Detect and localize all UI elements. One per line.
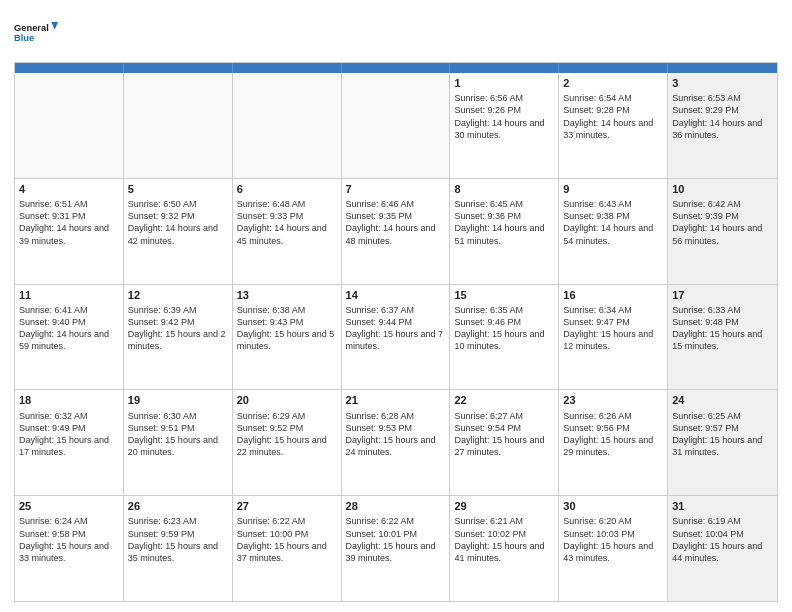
header: General Blue — [14, 10, 778, 54]
cell-info-r2-c5: Sunrise: 6:34 AM Sunset: 9:47 PM Dayligh… — [563, 304, 663, 353]
cal-cell-r0-c4: 1Sunrise: 6:56 AM Sunset: 9:26 PM Daylig… — [450, 73, 559, 178]
cal-cell-r2-c3: 14Sunrise: 6:37 AM Sunset: 9:44 PM Dayli… — [342, 285, 451, 390]
day-number-r0-c6: 3 — [672, 76, 773, 90]
cal-cell-r3-c1: 19Sunrise: 6:30 AM Sunset: 9:51 PM Dayli… — [124, 390, 233, 495]
cal-cell-r2-c6: 17Sunrise: 6:33 AM Sunset: 9:48 PM Dayli… — [668, 285, 777, 390]
cal-row-0: 1Sunrise: 6:56 AM Sunset: 9:26 PM Daylig… — [15, 73, 777, 179]
day-number-r0-c4: 1 — [454, 76, 554, 90]
cal-cell-r3-c2: 20Sunrise: 6:29 AM Sunset: 9:52 PM Dayli… — [233, 390, 342, 495]
header-thursday — [450, 63, 559, 73]
day-number-r2-c4: 15 — [454, 288, 554, 302]
cal-cell-r1-c5: 9Sunrise: 6:43 AM Sunset: 9:38 PM Daylig… — [559, 179, 668, 284]
cal-cell-r2-c0: 11Sunrise: 6:41 AM Sunset: 9:40 PM Dayli… — [15, 285, 124, 390]
cell-info-r3-c0: Sunrise: 6:32 AM Sunset: 9:49 PM Dayligh… — [19, 410, 119, 459]
day-number-r2-c6: 17 — [672, 288, 773, 302]
logo: General Blue — [14, 10, 58, 54]
page: General Blue 1Sunrise: 6:56 AM Sunset: 9… — [0, 0, 792, 612]
day-number-r3-c2: 20 — [237, 393, 337, 407]
logo-svg: General Blue — [14, 10, 58, 54]
cal-cell-r0-c2 — [233, 73, 342, 178]
day-number-r3-c6: 24 — [672, 393, 773, 407]
calendar: 1Sunrise: 6:56 AM Sunset: 9:26 PM Daylig… — [14, 62, 778, 602]
day-number-r1-c6: 10 — [672, 182, 773, 196]
cell-info-r2-c3: Sunrise: 6:37 AM Sunset: 9:44 PM Dayligh… — [346, 304, 446, 353]
day-number-r4-c6: 31 — [672, 499, 773, 513]
day-number-r3-c5: 23 — [563, 393, 663, 407]
cal-cell-r4-c1: 26Sunrise: 6:23 AM Sunset: 9:59 PM Dayli… — [124, 496, 233, 601]
day-number-r1-c1: 5 — [128, 182, 228, 196]
header-friday — [559, 63, 668, 73]
cal-cell-r3-c4: 22Sunrise: 6:27 AM Sunset: 9:54 PM Dayli… — [450, 390, 559, 495]
cal-cell-r0-c5: 2Sunrise: 6:54 AM Sunset: 9:28 PM Daylig… — [559, 73, 668, 178]
svg-marker-2 — [51, 22, 58, 30]
cell-info-r3-c2: Sunrise: 6:29 AM Sunset: 9:52 PM Dayligh… — [237, 410, 337, 459]
day-number-r1-c4: 8 — [454, 182, 554, 196]
cal-cell-r3-c5: 23Sunrise: 6:26 AM Sunset: 9:56 PM Dayli… — [559, 390, 668, 495]
cell-info-r1-c6: Sunrise: 6:42 AM Sunset: 9:39 PM Dayligh… — [672, 198, 773, 247]
cell-info-r4-c4: Sunrise: 6:21 AM Sunset: 10:02 PM Daylig… — [454, 515, 554, 564]
cell-info-r4-c0: Sunrise: 6:24 AM Sunset: 9:58 PM Dayligh… — [19, 515, 119, 564]
header-saturday — [668, 63, 777, 73]
day-number-r2-c1: 12 — [128, 288, 228, 302]
cell-info-r0-c6: Sunrise: 6:53 AM Sunset: 9:29 PM Dayligh… — [672, 92, 773, 141]
cell-info-r3-c3: Sunrise: 6:28 AM Sunset: 9:53 PM Dayligh… — [346, 410, 446, 459]
cal-cell-r4-c4: 29Sunrise: 6:21 AM Sunset: 10:02 PM Dayl… — [450, 496, 559, 601]
cal-cell-r4-c5: 30Sunrise: 6:20 AM Sunset: 10:03 PM Dayl… — [559, 496, 668, 601]
day-number-r4-c3: 28 — [346, 499, 446, 513]
cell-info-r4-c5: Sunrise: 6:20 AM Sunset: 10:03 PM Daylig… — [563, 515, 663, 564]
cal-cell-r2-c4: 15Sunrise: 6:35 AM Sunset: 9:46 PM Dayli… — [450, 285, 559, 390]
day-number-r1-c2: 6 — [237, 182, 337, 196]
day-number-r2-c3: 14 — [346, 288, 446, 302]
cal-cell-r3-c0: 18Sunrise: 6:32 AM Sunset: 9:49 PM Dayli… — [15, 390, 124, 495]
cell-info-r2-c2: Sunrise: 6:38 AM Sunset: 9:43 PM Dayligh… — [237, 304, 337, 353]
day-number-r3-c4: 22 — [454, 393, 554, 407]
cal-cell-r2-c5: 16Sunrise: 6:34 AM Sunset: 9:47 PM Dayli… — [559, 285, 668, 390]
day-number-r2-c5: 16 — [563, 288, 663, 302]
cal-row-1: 4Sunrise: 6:51 AM Sunset: 9:31 PM Daylig… — [15, 179, 777, 285]
cell-info-r3-c1: Sunrise: 6:30 AM Sunset: 9:51 PM Dayligh… — [128, 410, 228, 459]
day-number-r3-c1: 19 — [128, 393, 228, 407]
cell-info-r2-c6: Sunrise: 6:33 AM Sunset: 9:48 PM Dayligh… — [672, 304, 773, 353]
day-number-r4-c1: 26 — [128, 499, 228, 513]
cell-info-r1-c3: Sunrise: 6:46 AM Sunset: 9:35 PM Dayligh… — [346, 198, 446, 247]
day-number-r3-c0: 18 — [19, 393, 119, 407]
cell-info-r3-c6: Sunrise: 6:25 AM Sunset: 9:57 PM Dayligh… — [672, 410, 773, 459]
cell-info-r1-c2: Sunrise: 6:48 AM Sunset: 9:33 PM Dayligh… — [237, 198, 337, 247]
day-number-r1-c3: 7 — [346, 182, 446, 196]
cal-cell-r4-c6: 31Sunrise: 6:19 AM Sunset: 10:04 PM Dayl… — [668, 496, 777, 601]
cell-info-r1-c1: Sunrise: 6:50 AM Sunset: 9:32 PM Dayligh… — [128, 198, 228, 247]
svg-text:Blue: Blue — [14, 33, 34, 43]
cal-row-2: 11Sunrise: 6:41 AM Sunset: 9:40 PM Dayli… — [15, 285, 777, 391]
cell-info-r4-c1: Sunrise: 6:23 AM Sunset: 9:59 PM Dayligh… — [128, 515, 228, 564]
calendar-header — [15, 63, 777, 73]
cal-row-3: 18Sunrise: 6:32 AM Sunset: 9:49 PM Dayli… — [15, 390, 777, 496]
cal-row-4: 25Sunrise: 6:24 AM Sunset: 9:58 PM Dayli… — [15, 496, 777, 601]
header-wednesday — [342, 63, 451, 73]
cell-info-r1-c5: Sunrise: 6:43 AM Sunset: 9:38 PM Dayligh… — [563, 198, 663, 247]
cell-info-r2-c1: Sunrise: 6:39 AM Sunset: 9:42 PM Dayligh… — [128, 304, 228, 353]
cal-cell-r2-c1: 12Sunrise: 6:39 AM Sunset: 9:42 PM Dayli… — [124, 285, 233, 390]
cal-cell-r4-c2: 27Sunrise: 6:22 AM Sunset: 10:00 PM Dayl… — [233, 496, 342, 601]
cal-cell-r0-c1 — [124, 73, 233, 178]
cell-info-r2-c0: Sunrise: 6:41 AM Sunset: 9:40 PM Dayligh… — [19, 304, 119, 353]
cal-cell-r1-c3: 7Sunrise: 6:46 AM Sunset: 9:35 PM Daylig… — [342, 179, 451, 284]
cell-info-r3-c5: Sunrise: 6:26 AM Sunset: 9:56 PM Dayligh… — [563, 410, 663, 459]
header-monday — [124, 63, 233, 73]
day-number-r2-c2: 13 — [237, 288, 337, 302]
cell-info-r1-c4: Sunrise: 6:45 AM Sunset: 9:36 PM Dayligh… — [454, 198, 554, 247]
cal-cell-r4-c3: 28Sunrise: 6:22 AM Sunset: 10:01 PM Dayl… — [342, 496, 451, 601]
cal-cell-r0-c6: 3Sunrise: 6:53 AM Sunset: 9:29 PM Daylig… — [668, 73, 777, 178]
day-number-r1-c5: 9 — [563, 182, 663, 196]
cell-info-r1-c0: Sunrise: 6:51 AM Sunset: 9:31 PM Dayligh… — [19, 198, 119, 247]
day-number-r4-c0: 25 — [19, 499, 119, 513]
day-number-r4-c4: 29 — [454, 499, 554, 513]
cal-cell-r0-c3 — [342, 73, 451, 178]
cal-cell-r3-c6: 24Sunrise: 6:25 AM Sunset: 9:57 PM Dayli… — [668, 390, 777, 495]
cell-info-r0-c5: Sunrise: 6:54 AM Sunset: 9:28 PM Dayligh… — [563, 92, 663, 141]
day-number-r2-c0: 11 — [19, 288, 119, 302]
cell-info-r2-c4: Sunrise: 6:35 AM Sunset: 9:46 PM Dayligh… — [454, 304, 554, 353]
cal-cell-r3-c3: 21Sunrise: 6:28 AM Sunset: 9:53 PM Dayli… — [342, 390, 451, 495]
header-sunday — [15, 63, 124, 73]
calendar-body: 1Sunrise: 6:56 AM Sunset: 9:26 PM Daylig… — [15, 73, 777, 601]
cell-info-r3-c4: Sunrise: 6:27 AM Sunset: 9:54 PM Dayligh… — [454, 410, 554, 459]
